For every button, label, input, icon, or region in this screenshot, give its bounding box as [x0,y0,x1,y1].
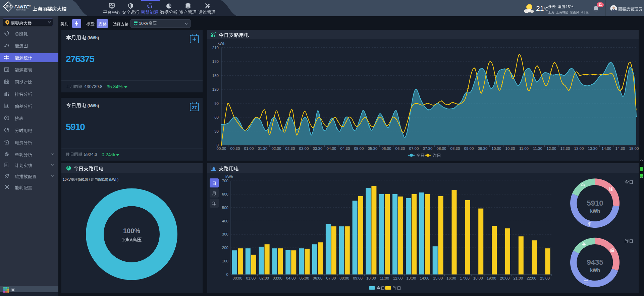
svg-text:120: 120 [212,87,219,91]
svg-text:11:30: 11:30 [533,146,542,151]
svg-text:05:00: 05:00 [300,276,309,280]
svg-text:16:00: 16:00 [446,276,456,280]
svg-text:06:00: 06:00 [382,146,391,151]
svg-text:14:30: 14:30 [615,146,625,151]
svg-text:21:00: 21:00 [513,276,523,280]
svg-text:05:30: 05:30 [368,146,378,151]
svg-text:kWh: kWh [225,175,233,179]
svg-text:300: 300 [222,232,228,236]
svg-text:00:00: 00:00 [233,276,243,280]
svg-text:19:00: 19:00 [487,276,496,280]
svg-text:10:00: 10:00 [366,276,376,280]
svg-text:01:30: 01:30 [258,146,268,151]
svg-text:14:00: 14:00 [602,146,611,151]
svg-text:02:00: 02:00 [272,146,281,151]
svg-text:02:00: 02:00 [259,276,269,280]
svg-text:14:00: 14:00 [420,276,429,280]
svg-text:180: 180 [212,59,219,64]
svg-text:04:00: 04:00 [286,276,296,280]
svg-text:kWh: kWh [218,41,225,45]
svg-text:11:00: 11:00 [519,146,529,151]
svg-text:06:00: 06:00 [313,276,323,280]
svg-text:09:00: 09:00 [353,276,363,280]
svg-text:23:00: 23:00 [540,276,550,280]
svg-text:03:00: 03:00 [299,146,309,151]
svg-text:09:30: 09:30 [478,146,488,151]
svg-text:06:30: 06:30 [395,146,405,151]
svg-text:05:00: 05:00 [354,146,364,151]
svg-text:13:00: 13:00 [574,146,584,151]
svg-text:0: 0 [226,272,228,277]
svg-text:08:30: 08:30 [450,146,460,151]
svg-text:04:30: 04:30 [340,146,350,151]
svg-text:90: 90 [214,101,219,105]
svg-text:13:30: 13:30 [588,146,598,151]
svg-text:12:30: 12:30 [560,146,570,151]
svg-text:03:00: 03:00 [273,276,282,280]
svg-text:200: 200 [222,246,228,250]
svg-text:15:00: 15:00 [433,276,443,280]
svg-text:10:00: 10:00 [492,146,501,151]
svg-text:20:00: 20:00 [500,276,510,280]
svg-text:01:00: 01:00 [246,276,256,280]
svg-text:00:30: 00:30 [230,146,240,151]
svg-text:01:00: 01:00 [244,146,254,151]
svg-text:04:00: 04:00 [327,146,336,151]
svg-text:02:30: 02:30 [285,146,295,151]
svg-text:00:00: 00:00 [217,146,226,151]
svg-text:07:00: 07:00 [409,146,419,151]
svg-text:500: 500 [222,206,228,210]
svg-text:15:00: 15:00 [629,146,639,151]
svg-text:09:00: 09:00 [464,146,474,151]
svg-text:22:00: 22:00 [527,276,536,280]
svg-text:60: 60 [214,115,219,119]
svg-text:400: 400 [222,219,228,223]
svg-text:07:00: 07:00 [326,276,336,280]
svg-text:10:30: 10:30 [505,146,515,151]
svg-text:700: 700 [222,179,228,183]
svg-text:08:00: 08:00 [437,146,446,151]
svg-text:30: 30 [214,129,219,133]
svg-text:08:00: 08:00 [339,276,349,280]
svg-text:03:30: 03:30 [313,146,323,151]
svg-text:11:00: 11:00 [380,276,389,280]
svg-text:12:00: 12:00 [547,146,556,151]
svg-text:210: 210 [212,46,219,50]
svg-text:07:30: 07:30 [423,146,433,151]
svg-text:12:00: 12:00 [393,276,403,280]
svg-text:13:00: 13:00 [407,276,416,280]
svg-text:100: 100 [222,259,228,263]
svg-text:600: 600 [222,192,228,196]
svg-text:18:00: 18:00 [473,276,483,280]
svg-text:150: 150 [212,74,219,78]
svg-text:17:00: 17:00 [460,276,470,280]
